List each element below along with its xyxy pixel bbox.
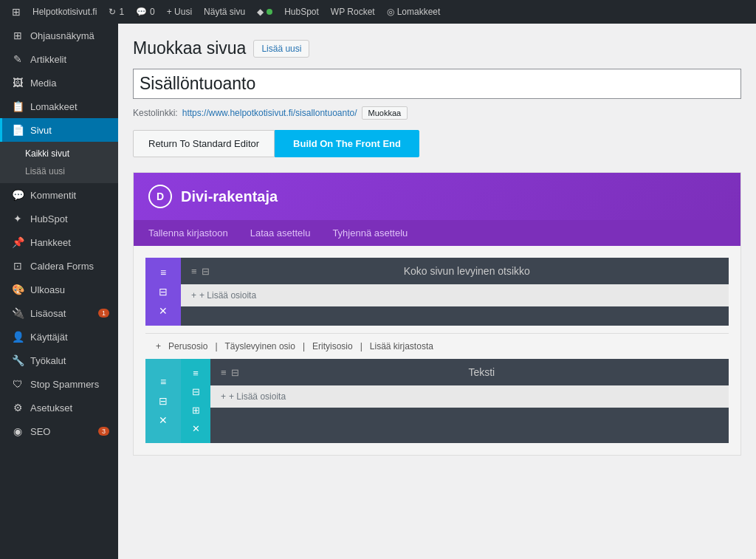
lomakkeet-label: Lomakkeet bbox=[397, 7, 441, 17]
site-name[interactable]: Helpotkotisivut.fi bbox=[27, 0, 103, 24]
section-delete-icon[interactable]: ✕ bbox=[159, 305, 168, 317]
page-title: Muokkaa sivua bbox=[133, 38, 246, 58]
users-icon: 👤 bbox=[11, 331, 24, 343]
standard-editor-button[interactable]: Return To Standard Editor bbox=[133, 130, 275, 157]
add-row-plus: + bbox=[156, 341, 161, 351]
sidebar-item-media[interactable]: 🖼 Media bbox=[0, 71, 118, 95]
hubspot-label: HubSpot bbox=[284, 7, 319, 17]
sidebar-item-stop-spammers[interactable]: 🛡 Stop Spammers bbox=[0, 372, 118, 396]
submenu-all-pages[interactable]: Kaikki sivut bbox=[0, 145, 118, 162]
sidebar-item-label: Ulkoasu bbox=[30, 284, 65, 295]
edit-slug-button[interactable]: Muokkaa bbox=[362, 106, 408, 120]
sidebar-item-label: Sivut bbox=[30, 125, 52, 136]
sub-cols-icon[interactable]: ⊟ bbox=[192, 386, 200, 397]
wprocket[interactable]: WP Rocket bbox=[325, 0, 381, 24]
section-rows-icon[interactable]: ≡ bbox=[160, 267, 166, 278]
add-section-2-text: + Lisää osioita bbox=[229, 391, 286, 402]
seo-badge: 3 bbox=[98, 427, 109, 436]
sidebar-item-dashboard[interactable]: ⊞ Ohjausnäkymä bbox=[0, 24, 118, 47]
sidebar-item-label: HubSpot bbox=[30, 213, 68, 224]
sidebar-item-label: Työkalut bbox=[30, 355, 66, 366]
save-library-button[interactable]: Tallenna kirjastoon bbox=[148, 227, 228, 239]
sidebar-item-pages[interactable]: 📄 Sivut bbox=[0, 118, 118, 142]
sidebar-item-seo[interactable]: ◉ SEO 3 bbox=[0, 419, 118, 443]
lomakkeet-icon: ◎ bbox=[387, 7, 394, 17]
fullwidth-section-link[interactable]: Täyslevyinen osio bbox=[225, 341, 295, 351]
sidebar-item-appearance[interactable]: 🎨 Ulkoasu bbox=[0, 278, 118, 301]
sidebar-item-settings[interactable]: ⚙ Asetukset bbox=[0, 396, 118, 419]
section-2-cols-icon[interactable]: ⊟ bbox=[159, 395, 168, 407]
forms-icon: 📋 bbox=[11, 100, 24, 112]
view-site[interactable]: Näytä sivu bbox=[198, 0, 251, 24]
sidebar-item-caldera[interactable]: ⊡ Caldera Forms bbox=[0, 254, 118, 278]
new-button[interactable]: + Uusi bbox=[161, 0, 198, 24]
row-clone-icon[interactable]: ⊟ bbox=[202, 266, 210, 277]
divi-content: ≡ ⊟ ✕ ≡ ⊟ Koko sivun levyinen otsikko bbox=[134, 246, 740, 455]
hankkeet-icon: 📌 bbox=[11, 236, 24, 248]
plugins-icon: 🔌 bbox=[11, 307, 24, 319]
from-library-link[interactable]: Lisää kirjastosta bbox=[370, 341, 433, 351]
section-2-delete-icon[interactable]: ✕ bbox=[159, 414, 168, 426]
seo-icon: ◉ bbox=[11, 425, 24, 437]
sub-delete-icon[interactable]: ✕ bbox=[192, 423, 200, 434]
sidebar-item-plugins[interactable]: 🔌 Lisäosat 1 bbox=[0, 301, 118, 325]
permalink-row: Kestolinkki: https://www.helpotkotisivut… bbox=[133, 106, 741, 120]
sub-grid-icon[interactable]: ⊞ bbox=[192, 405, 200, 416]
lomakkeet[interactable]: ◎ Lomakkeet bbox=[381, 0, 447, 24]
section-1-sidebar: ≡ ⊟ ✕ bbox=[145, 258, 181, 326]
post-title-input[interactable] bbox=[133, 69, 741, 99]
dashboard-icon: ⊞ bbox=[11, 30, 24, 41]
comments[interactable]: 💬 0 bbox=[130, 0, 161, 24]
sub-icons: ≡ ⊟ bbox=[221, 367, 239, 378]
permalink-label: Kestolinkki: bbox=[133, 108, 178, 118]
divi-logo: D bbox=[148, 185, 172, 208]
sidebar-item-label: Lisäosat bbox=[30, 308, 66, 319]
comment-icon: 💬 bbox=[136, 7, 147, 17]
sidebar-item-label: Kommentit bbox=[30, 190, 76, 201]
load-layout-button[interactable]: Lataa asettelu bbox=[250, 227, 311, 239]
comments-icon: 💬 bbox=[11, 189, 24, 201]
add-section-bar-2[interactable]: + + Lisää osioita bbox=[210, 385, 729, 408]
sidebar-item-tools[interactable]: 🔧 Työkalut bbox=[0, 349, 118, 372]
sidebar-item-label: Ohjausnäkymä bbox=[30, 30, 94, 41]
sidebar-item-comments[interactable]: 💬 Kommentit bbox=[0, 183, 118, 207]
media-icon: 🖼 bbox=[11, 77, 24, 89]
sidebar-item-articles[interactable]: ✎ Artikkelit bbox=[0, 47, 118, 71]
hubspot-sidebar-icon: ✦ bbox=[11, 213, 24, 224]
stop-spammers-icon: 🛡 bbox=[11, 378, 24, 390]
updates[interactable]: ↻ 1 bbox=[103, 0, 130, 24]
sidebar-item-hankkeet[interactable]: 📌 Hankkeet bbox=[0, 230, 118, 254]
sidebar: ⊞ Ohjausnäkymä ✎ Artikkelit 🖼 Media 📋 Lo… bbox=[0, 24, 118, 559]
wp-logo[interactable]: ⊞ bbox=[6, 0, 27, 24]
sidebar-item-label: Stop Spammers bbox=[30, 379, 99, 390]
separator-2: | bbox=[303, 341, 305, 351]
section-2-rows-icon[interactable]: ≡ bbox=[160, 376, 166, 388]
hubspot[interactable]: HubSpot bbox=[278, 0, 325, 24]
row-settings-icon[interactable]: ≡ bbox=[191, 266, 197, 277]
sidebar-item-forms[interactable]: 📋 Lomakkeet bbox=[0, 95, 118, 118]
plugins-badge: 1 bbox=[98, 309, 109, 318]
build-frontend-button[interactable]: Build On The Front End bbox=[275, 130, 419, 157]
articles-icon: ✎ bbox=[11, 53, 24, 65]
add-section-plus-icon: + bbox=[191, 290, 196, 301]
divi-toolbar: Tallenna kirjastoon Lataa asettelu Tyhje… bbox=[134, 220, 740, 246]
separator-1: | bbox=[215, 341, 217, 351]
sidebar-item-hubspot[interactable]: ✦ HubSpot bbox=[0, 207, 118, 230]
sidebar-item-label: Artikkelit bbox=[30, 54, 66, 65]
sub-rows-icon[interactable]: ≡ bbox=[193, 368, 199, 379]
add-new-button[interactable]: Lisää uusi bbox=[253, 40, 309, 58]
basic-section-link[interactable]: Perusosio bbox=[168, 341, 207, 351]
section-columns-icon[interactable]: ⊟ bbox=[159, 286, 168, 298]
divi-status[interactable]: ◆ bbox=[251, 0, 278, 24]
submenu-add-new[interactable]: Lisää uusi bbox=[0, 162, 118, 180]
add-section-bar-1[interactable]: + + Lisää osioita bbox=[181, 284, 729, 306]
sub-settings-icon[interactable]: ≡ bbox=[221, 367, 227, 378]
clear-layout-button[interactable]: Tyhjennä asettelu bbox=[332, 227, 408, 239]
permalink-url[interactable]: https://www.helpotkotisivut.fi/sisallont… bbox=[182, 108, 357, 118]
view-site-label: Näytä sivu bbox=[204, 7, 245, 17]
wprocket-label: WP Rocket bbox=[331, 7, 375, 17]
divi-icon: ◆ bbox=[257, 7, 264, 17]
specialty-section-link[interactable]: Erityisosio bbox=[312, 341, 353, 351]
sub-clone-icon[interactable]: ⊟ bbox=[231, 367, 239, 378]
sidebar-item-users[interactable]: 👤 Käyttäjät bbox=[0, 325, 118, 349]
